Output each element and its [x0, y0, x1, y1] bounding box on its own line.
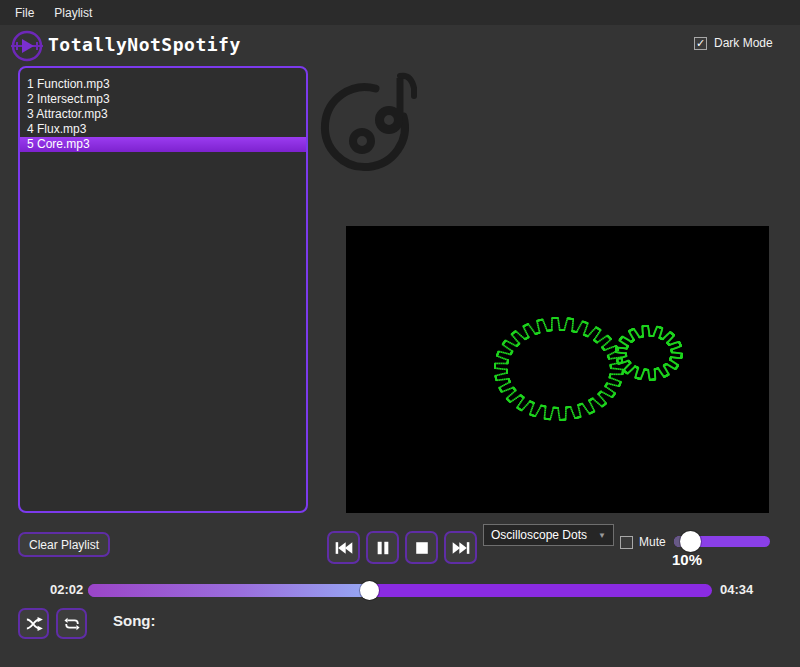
total-time-label: 04:34	[720, 582, 753, 597]
app-logo-icon	[9, 28, 45, 64]
mute-checkbox[interactable]	[620, 536, 633, 549]
seek-slider[interactable]	[88, 584, 712, 597]
menu-bar: File Playlist	[0, 0, 800, 25]
oscilloscope-canvas	[346, 226, 769, 513]
playlist-item[interactable]: 1 Function.mp3	[20, 77, 306, 92]
mute-label: Mute	[639, 535, 666, 549]
playlist-item[interactable]: 2 Intersect.mp3	[20, 92, 306, 107]
previous-icon	[334, 540, 354, 556]
song-label: Song:	[113, 612, 156, 629]
dark-mode-label: Dark Mode	[714, 36, 773, 50]
visualizer-mode-value: Oscilloscope Dots	[491, 528, 587, 542]
stop-button[interactable]	[405, 531, 438, 564]
mute-toggle[interactable]: Mute	[620, 535, 666, 549]
visualizer-mode-dropdown[interactable]: Oscilloscope Dots ▼	[483, 524, 614, 546]
dark-mode-checkbox[interactable]: ✓	[694, 37, 707, 50]
seek-slider-thumb[interactable]	[360, 581, 379, 600]
elapsed-time-label: 02:02	[50, 582, 83, 597]
stop-icon	[414, 540, 430, 556]
menu-playlist[interactable]: Playlist	[44, 0, 102, 25]
playlist-listbox[interactable]: 1 Function.mp32 Intersect.mp33 Attractor…	[18, 66, 308, 513]
menu-file[interactable]: File	[0, 0, 44, 25]
volume-slider[interactable]	[674, 536, 770, 547]
repeat-button[interactable]	[56, 608, 87, 639]
dark-mode-toggle[interactable]: ✓ Dark Mode	[694, 36, 773, 50]
next-track-button[interactable]	[444, 531, 477, 564]
playlist-item[interactable]: 3 Attractor.mp3	[20, 107, 306, 122]
playlist-item[interactable]: 4 Flux.mp3	[20, 122, 306, 137]
previous-track-button[interactable]	[327, 531, 360, 564]
chevron-down-icon: ▼	[598, 531, 606, 540]
pause-icon	[375, 540, 391, 556]
seek-fill	[88, 584, 369, 597]
next-icon	[451, 540, 471, 556]
pause-button[interactable]	[366, 531, 399, 564]
shuffle-button[interactable]	[18, 608, 49, 639]
volume-slider-thumb[interactable]	[680, 531, 701, 552]
playlist-item[interactable]: 5 Core.mp3	[20, 137, 306, 152]
app-title: TotallyNotSpotify	[48, 34, 241, 55]
shuffle-icon	[25, 616, 43, 632]
repeat-icon	[63, 616, 81, 632]
clear-playlist-button[interactable]: Clear Playlist	[18, 532, 110, 557]
volume-percent-label: 10%	[672, 551, 702, 568]
disc-note-icon	[316, 64, 428, 176]
visualizer-area	[346, 226, 769, 513]
